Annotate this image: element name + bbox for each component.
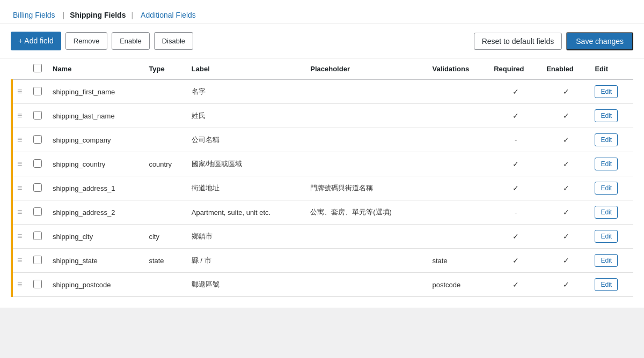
enable-button[interactable]: Enable — [112, 32, 149, 50]
field-validations — [428, 225, 489, 249]
field-required: ✓ — [489, 249, 542, 273]
field-enabled: ✓ — [542, 104, 590, 128]
add-field-button[interactable]: + Add field — [11, 32, 61, 50]
field-name: shipping_city — [48, 225, 144, 249]
field-type — [144, 176, 187, 200]
tab-additional-fields[interactable]: Additional Fields — [138, 6, 198, 24]
edit-button[interactable]: Edit — [595, 254, 618, 267]
row-checkbox[interactable] — [33, 232, 42, 240]
drag-handle-icon[interactable]: ≡ — [17, 183, 22, 193]
table-row: ≡shipping_first_name名字✓✓Edit — [12, 80, 633, 104]
field-name: shipping_address_1 — [48, 176, 144, 200]
remove-button[interactable]: Remove — [65, 32, 107, 50]
drag-handle-icon[interactable]: ≡ — [17, 280, 22, 289]
field-enabled: ✓ — [542, 128, 590, 152]
table-row: ≡shipping_countrycountry國家/地區或區域✓✓Edit — [12, 152, 633, 176]
drag-handle-icon[interactable]: ≡ — [17, 135, 22, 145]
field-name: shipping_state — [48, 249, 144, 273]
field-required: ✓ — [489, 176, 542, 200]
field-type — [144, 80, 187, 104]
table-row: ≡shipping_company公司名稱-✓Edit — [12, 128, 633, 152]
save-button[interactable]: Save changes — [566, 32, 633, 50]
field-name: shipping_address_2 — [48, 200, 144, 225]
field-validations — [428, 152, 489, 176]
field-type — [144, 128, 187, 152]
field-name: shipping_postcode — [48, 273, 144, 297]
field-enabled: ✓ — [542, 225, 590, 249]
row-checkbox[interactable] — [33, 159, 42, 168]
drag-handle-icon[interactable]: ≡ — [17, 111, 22, 121]
table-row: ≡shipping_citycity鄉鎮市✓✓Edit — [12, 225, 633, 249]
field-validations: postcode — [428, 273, 489, 297]
edit-button[interactable]: Edit — [595, 133, 618, 146]
col-validations-header: Validations — [428, 58, 489, 80]
select-all-checkbox[interactable] — [33, 64, 42, 72]
field-placeholder: 公寓、套房、單元等(選填) — [306, 200, 428, 225]
field-validations — [428, 104, 489, 128]
row-checkbox[interactable] — [33, 256, 42, 264]
toolbar: + Add field Remove Enable Disable Reset … — [0, 24, 644, 58]
table-row: ≡shipping_statestate縣 / 市state✓✓Edit — [12, 249, 633, 273]
field-placeholder — [306, 80, 428, 104]
field-label: 姓氏 — [187, 104, 306, 128]
reset-button[interactable]: Reset to default fields — [474, 33, 562, 50]
row-checkbox[interactable] — [33, 111, 42, 120]
field-validations — [428, 200, 489, 225]
edit-button[interactable]: Edit — [595, 109, 618, 122]
drag-handle-icon[interactable]: ≡ — [17, 232, 22, 241]
col-edit-header: Edit — [590, 58, 633, 80]
edit-button[interactable]: Edit — [595, 182, 618, 195]
field-type: state — [144, 249, 187, 273]
field-placeholder — [306, 249, 428, 273]
edit-button[interactable]: Edit — [595, 85, 618, 98]
row-checkbox[interactable] — [33, 87, 42, 95]
field-type: country — [144, 152, 187, 176]
edit-button[interactable]: Edit — [595, 230, 618, 243]
tab-shipping-fields[interactable]: Shipping Fields — [70, 11, 126, 19]
field-validations — [428, 128, 489, 152]
col-check — [29, 58, 48, 80]
table-header-row: Name Type Label Placeholder Validations … — [12, 58, 633, 80]
field-label: Apartment, suite, unit etc. — [187, 200, 306, 225]
field-label: 縣 / 市 — [187, 249, 306, 273]
separator-2: | — [131, 11, 133, 19]
col-drag — [12, 58, 29, 80]
row-checkbox[interactable] — [33, 207, 42, 216]
field-validations — [428, 80, 489, 104]
field-label: 鄉鎮市 — [187, 225, 306, 249]
edit-button[interactable]: Edit — [595, 206, 618, 219]
field-validations — [428, 176, 489, 200]
field-placeholder — [306, 128, 428, 152]
disable-button[interactable]: Disable — [154, 32, 193, 50]
field-enabled: ✓ — [542, 176, 590, 200]
field-name: shipping_company — [48, 128, 144, 152]
field-enabled: ✓ — [542, 249, 590, 273]
separator-1: | — [63, 11, 65, 19]
fields-table-wrapper: Name Type Label Placeholder Validations … — [0, 58, 644, 308]
field-required: - — [489, 128, 542, 152]
field-required: ✓ — [489, 104, 542, 128]
edit-button[interactable]: Edit — [595, 278, 618, 291]
field-label: 國家/地區或區域 — [187, 152, 306, 176]
tab-navigation: Billing Fields | Shipping Fields | Addit… — [0, 0, 644, 24]
field-enabled: ✓ — [542, 200, 590, 225]
drag-handle-icon[interactable]: ≡ — [17, 159, 22, 169]
row-checkbox[interactable] — [33, 135, 42, 144]
field-label: 郵遞區號 — [187, 273, 306, 297]
table-row: ≡shipping_address_1街道地址門牌號碼與街道名稱✓✓Edit — [12, 176, 633, 200]
field-required: ✓ — [489, 152, 542, 176]
edit-button[interactable]: Edit — [595, 158, 618, 170]
col-placeholder-header: Placeholder — [306, 58, 428, 80]
row-checkbox[interactable] — [33, 183, 42, 192]
field-name: shipping_country — [48, 152, 144, 176]
drag-handle-icon[interactable]: ≡ — [17, 256, 22, 265]
tab-billing-fields[interactable]: Billing Fields — [11, 6, 57, 24]
field-label: 公司名稱 — [187, 128, 306, 152]
field-required: - — [489, 200, 542, 225]
table-body: ≡shipping_first_name名字✓✓Edit≡shipping_la… — [12, 80, 633, 297]
drag-handle-icon[interactable]: ≡ — [17, 87, 22, 96]
field-required: ✓ — [489, 225, 542, 249]
drag-handle-icon[interactable]: ≡ — [17, 207, 22, 217]
row-checkbox[interactable] — [33, 280, 42, 288]
col-enabled-header: Enabled — [542, 58, 590, 80]
